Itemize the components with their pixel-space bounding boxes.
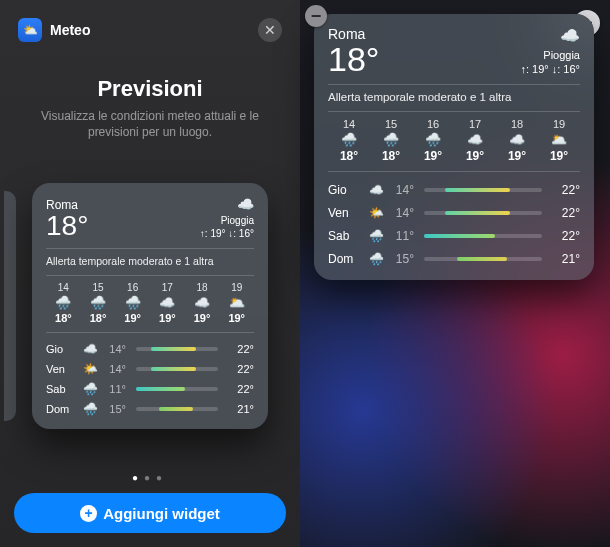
day-low: 11° [100, 383, 130, 395]
hour-temp: 19° [496, 149, 538, 163]
hour-label: 15 [81, 282, 116, 293]
condition-label: Pioggia [200, 214, 254, 227]
temp-range-bar [136, 367, 218, 371]
day-high: 21° [548, 252, 580, 266]
day-high: 22° [548, 229, 580, 243]
day-row: Dom🌧️15°21° [328, 247, 580, 270]
minus-icon: − [311, 7, 322, 25]
day-label: Dom [46, 403, 80, 415]
daily-forecast: Gio☁️14°22° Ven🌤️14°22° Sab🌧️11°22° Dom🌧… [328, 178, 580, 270]
hour-icon: 🌧️ [412, 132, 454, 147]
gallery-header: ⛅ Meteo ✕ [14, 18, 286, 48]
weather-alert: Allerta temporale moderato e 1 altra [46, 255, 254, 267]
temp-range-fill [424, 234, 495, 238]
hour-cell: 15🌧️18° [370, 118, 412, 163]
temp-range-fill [445, 211, 510, 215]
temp-range-fill [151, 347, 196, 351]
widget-preview-area[interactable]: Roma 18° ☁️ Pioggia ↑: 19° ↓: 16° Allert… [14, 146, 286, 466]
hour-icon: ☁️ [185, 295, 220, 310]
divider [328, 111, 580, 112]
temp-range-fill [159, 407, 193, 411]
hour-label: 18 [496, 118, 538, 130]
dot: ● [156, 472, 168, 483]
hour-label: 16 [115, 282, 150, 293]
widget-header: Roma 18° ☁️ Pioggia ↑: 19° ↓: 16° [328, 26, 580, 76]
temp-range-bar [136, 387, 218, 391]
hour-temp: 18° [46, 312, 81, 324]
day-high: 22° [224, 383, 254, 395]
hour-cell: 18☁️19° [496, 118, 538, 163]
condition-icon: ☁️ [520, 26, 580, 47]
hour-temp: 19° [454, 149, 496, 163]
temp-range-bar [424, 188, 542, 192]
hour-icon: 🌥️ [219, 295, 254, 310]
hour-icon: ☁️ [150, 295, 185, 310]
divider [328, 84, 580, 85]
hourly-forecast: 14🌧️18° 15🌧️18° 16🌧️19° 17☁️19° 18☁️19° … [328, 118, 580, 163]
day-icon: 🌧️ [80, 402, 100, 416]
page-dots[interactable]: ●●● [14, 472, 286, 483]
day-row: Sab🌧️11°22° [328, 224, 580, 247]
hourly-forecast: 14🌧️18° 15🌧️18° 16🌧️19° 17☁️19° 18☁️19° … [46, 282, 254, 324]
hour-label: 19 [538, 118, 580, 130]
hour-temp: 19° [412, 149, 454, 163]
temp-range-bar [424, 211, 542, 215]
hour-cell: 15🌧️18° [81, 282, 116, 324]
hour-icon: ☁️ [454, 132, 496, 147]
hour-cell: 17☁️19° [150, 282, 185, 324]
gallery-app: ⛅ Meteo [18, 18, 90, 42]
weather-widget-placed[interactable]: − Roma 18° ☁️ Pioggia ↑: 19° ↓: 16° Alle… [314, 14, 594, 280]
divider [46, 248, 254, 249]
hour-cell: 16🌧️19° [115, 282, 150, 324]
hour-cell: 18☁️19° [185, 282, 220, 324]
day-icon: 🌤️ [366, 206, 386, 220]
hour-temp: 19° [115, 312, 150, 324]
day-low: 11° [386, 229, 418, 243]
plus-circle-icon: + [80, 505, 97, 522]
hour-icon: 🌧️ [81, 295, 116, 310]
day-low: 14° [100, 363, 130, 375]
hilo-label: ↑: 19° ↓: 16° [520, 62, 580, 76]
condition-label: Pioggia [520, 48, 580, 62]
hour-icon: 🌧️ [46, 295, 81, 310]
day-icon: 🌧️ [80, 382, 100, 396]
temp-range-bar [424, 234, 542, 238]
day-low: 15° [386, 252, 418, 266]
close-icon: ✕ [264, 22, 276, 38]
day-icon: 🌧️ [366, 252, 386, 266]
hour-icon: 🌥️ [538, 132, 580, 147]
day-icon: ☁️ [80, 342, 100, 356]
divider [46, 275, 254, 276]
hour-temp: 18° [81, 312, 116, 324]
day-row: Dom🌧️15°21° [46, 399, 254, 419]
hour-cell: 19🌥️19° [219, 282, 254, 324]
hour-label: 14 [328, 118, 370, 130]
widget-header-left: Roma 18° [46, 198, 88, 240]
remove-widget-button[interactable]: − [305, 5, 327, 27]
hour-cell: 17☁️19° [454, 118, 496, 163]
hour-label: 14 [46, 282, 81, 293]
temp-range-fill [136, 387, 185, 391]
day-high: 22° [224, 343, 254, 355]
hour-label: 15 [370, 118, 412, 130]
prev-widget-peek[interactable] [4, 191, 16, 421]
hour-icon: 🌧️ [370, 132, 412, 147]
day-high: 22° [548, 206, 580, 220]
weather-widget-preview[interactable]: Roma 18° ☁️ Pioggia ↑: 19° ↓: 16° Allert… [32, 183, 268, 429]
day-row: Ven🌤️14°22° [328, 201, 580, 224]
add-widget-button[interactable]: + Aggiungi widget [14, 493, 286, 533]
temp-range-fill [457, 257, 507, 261]
close-button[interactable]: ✕ [258, 18, 282, 42]
day-high: 22° [548, 183, 580, 197]
hour-icon: ☁️ [496, 132, 538, 147]
temp-range-bar [424, 257, 542, 261]
hour-label: 18 [185, 282, 220, 293]
weather-app-icon: ⛅ [18, 18, 42, 42]
divider [46, 332, 254, 333]
day-label: Ven [46, 363, 80, 375]
temp-range-fill [445, 188, 510, 192]
temp-range-bar [136, 347, 218, 351]
temp-range-bar [136, 407, 218, 411]
home-screen-edit[interactable]: + − Roma 18° ☁️ Pioggia ↑: 19° ↓: 16° Al… [300, 0, 610, 547]
day-icon: 🌤️ [80, 362, 100, 376]
